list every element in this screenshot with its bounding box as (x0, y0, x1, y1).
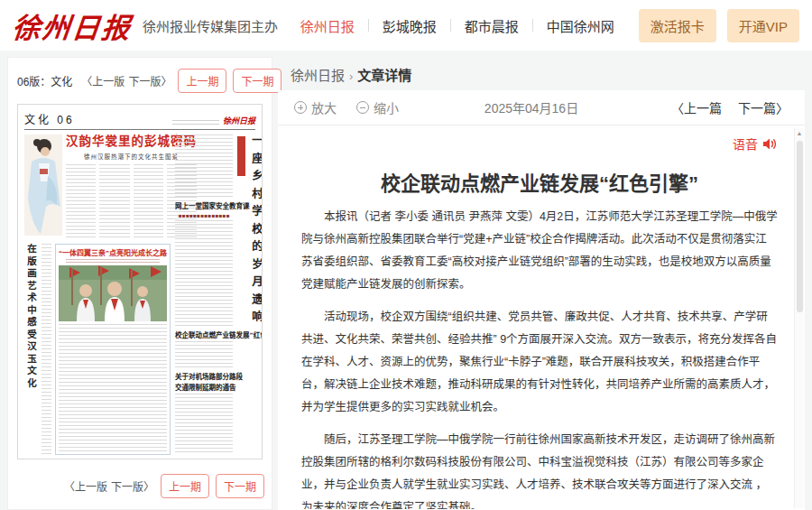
photo-article-box: “一体四翼三亲”点亮阳光成长之路 (55, 244, 171, 455)
current-article-headline: 校企联动点燃产业链发展“红色引擎” (175, 329, 233, 339)
next-page-link-bottom[interactable]: 下一版〉 (111, 478, 154, 494)
voice-button[interactable]: 语音 (301, 125, 778, 153)
breadcrumb-separator: › (349, 70, 353, 83)
site-logo[interactable]: 徐州日报 (11, 5, 134, 46)
notice-headline-line2: 交通限制延期的通告 (175, 382, 233, 392)
prev-page-link[interactable]: 〈上一版 (81, 73, 125, 88)
article-toolbar: 放大 缩小 2025年04月16日 〈上一篇 下一篇〉 (278, 90, 805, 125)
newspaper-text-block (99, 164, 129, 240)
prev-issue-button-bottom[interactable]: 上一期 (161, 474, 209, 498)
red-column-ribbon (237, 136, 245, 176)
newspaper-body: 汉韵华裳里的彭城密码 徐州汉服热潮下的文化共生图景 在版画艺术中感受汉玉文化 (24, 134, 255, 455)
vertical-headline-right: 一座乡村学校的岁月遗响 (247, 134, 263, 455)
zoom-out-label: 缩小 (374, 98, 399, 116)
voice-label: 语音 (733, 134, 758, 153)
newspaper-text-block (175, 394, 233, 455)
vertical-headline-left: 在版画艺术中感受汉玉文化 (24, 244, 38, 455)
newspaper-masthead-row: 文化 06 徐州日报 (24, 111, 255, 130)
next-issue-button-bottom[interactable]: 下一期 (216, 474, 264, 498)
activate-card-button[interactable]: 激活报卡 (639, 9, 716, 42)
article-paragraph: 活动现场，校企双方围绕“组织共建、党员共管、廉政共促、人才共育、技术共享、产学研… (301, 306, 778, 419)
notice-headline-line1: 关于对机场路部分路段 (175, 371, 233, 381)
article-pager: 〈上一篇 下一篇〉 (671, 98, 789, 116)
newspaper-text-block (175, 220, 233, 327)
open-vip-button[interactable]: 开通VIP (727, 9, 799, 42)
newspaper-text-block (175, 341, 233, 368)
scroll-up-arrow[interactable]: ▲ (795, 128, 804, 139)
organizer-text: 徐州报业传媒集团主办 (143, 16, 278, 35)
article-title: 校企联动点燃产业链发展“红色引擎” (301, 167, 778, 196)
newspaper-section-label: 文化 06 (24, 111, 75, 126)
children-flags-photo (59, 265, 167, 321)
newspaper-left-column: 汉韵华裳里的彭城密码 徐州汉服热潮下的文化共生图景 在版画艺术中感受汉玉文化 (24, 134, 171, 455)
newspaper-lead-article: 汉韵华裳里的彭城密码 徐州汉服热潮下的文化共生图景 (24, 134, 171, 240)
edition-toolbar-top: 06版：文化 〈上一版 下一版〉 上一期 下一期 (8, 58, 272, 102)
issue-date: 2025年04月16日 (419, 98, 671, 116)
newspaper-logo: 徐州日报 (223, 115, 255, 126)
zoom-out-icon (356, 101, 369, 114)
scrollbar-thumb[interactable] (797, 141, 803, 312)
article-body: 语音 校企联动点燃产业链发展“红色引擎” 本报讯（记者 李小委 通讯员 尹燕萍 … (278, 125, 805, 509)
newspaper-text-block (66, 164, 96, 240)
newspaper-dateline-placeholder (172, 120, 219, 126)
nav-item-pcwb[interactable]: 彭城晚报 (369, 16, 450, 35)
zoom-in-icon (294, 101, 307, 114)
newspaper-vertical-strip: 一座乡村学校的岁月遗响 (237, 134, 263, 455)
edition-toolbar-bottom: 〈上一版 下一版〉 上一期 下一期 (55, 474, 264, 498)
edition-sidebar: 06版：文化 〈上一版 下一版〉 上一期 下一期 文化 06 徐州日报 (7, 57, 272, 510)
top-nav: 徐州日报 彭城晚报 都市晨报 中国徐州网 激活报卡 开通VIP (287, 9, 799, 42)
next-issue-button[interactable]: 下一期 (233, 69, 281, 93)
breadcrumb-root[interactable]: 徐州日报 (291, 68, 345, 83)
zoom-in-label: 放大 (311, 98, 337, 116)
prev-page-link-bottom[interactable]: 〈上一版 (64, 478, 107, 494)
edition-label: 06版：文化 (17, 73, 72, 88)
breadcrumb: 徐州日报›文章详情 (291, 65, 411, 84)
next-page-link[interactable]: 下一版〉 (128, 73, 171, 88)
photo-article-headline: “一体四翼三亲”点亮阳光成长之路 (59, 247, 167, 257)
newspaper-meta: 徐州日报 (172, 115, 255, 126)
prev-issue-button[interactable]: 上一期 (178, 69, 226, 93)
photo-article-subline (66, 259, 160, 264)
newspaper-text-block (42, 244, 51, 455)
main-area: 06版：文化 〈上一版 下一版〉 上一期 下一期 文化 06 徐州日报 (0, 51, 812, 510)
speaker-icon (762, 137, 778, 151)
newspaper-right-column: 网上一堂国家安全教育课 ▪▪▪▪▪▪▪▪▪▪▪▪▪▪ 校企联动点燃产业链发展“红… (175, 134, 233, 455)
zoom-in-button[interactable]: 放大 (294, 98, 337, 116)
newspaper-text-block (134, 164, 163, 240)
zoom-out-button[interactable]: 缩小 (356, 98, 399, 116)
breadcrumb-current: 文章详情 (357, 68, 411, 83)
article-scrollbar[interactable]: ▲ (794, 128, 804, 508)
article-panel: 放大 缩小 2025年04月16日 〈上一篇 下一篇〉 语音 校企联动点 (278, 90, 805, 510)
newspaper-lower-left: 在版画艺术中感受汉玉文化 “一体四翼三亲”点亮阳光成长之路 (24, 244, 171, 455)
next-article-link[interactable]: 下一篇〉 (738, 98, 789, 116)
prev-article-link[interactable]: 〈上一篇 (671, 98, 722, 116)
newspaper-text-block (175, 134, 233, 198)
safety-class-headline: 网上一堂国家安全教育课 (175, 200, 233, 210)
nav-item-zgxzw[interactable]: 中国徐州网 (533, 16, 628, 35)
newspaper-page-preview[interactable]: 文化 06 徐州日报 (17, 104, 263, 459)
safety-class-subline: ▪▪▪▪▪▪▪▪▪▪▪▪▪▪ (175, 212, 233, 218)
hanfu-woman-photo (24, 134, 62, 236)
nav-item-dscb[interactable]: 都市晨报 (451, 16, 532, 35)
newspaper-text-block (59, 324, 167, 451)
nav-item-xzrb[interactable]: 徐州日报 (287, 16, 368, 35)
site-header: 徐州日报 徐州报业传媒集团主办 徐州日报 彭城晚报 都市晨报 中国徐州网 激活报… (0, 0, 812, 51)
article-paragraph: 随后，江苏圣理工学院—中俄学院一行前往徐州国家高新技术开发区，走访调研了徐州高新… (301, 429, 778, 509)
article-paragraph: 本报讯（记者 李小委 通讯员 尹燕萍 文雯）4月2日，江苏师范大学江苏圣理工学院… (301, 206, 778, 296)
